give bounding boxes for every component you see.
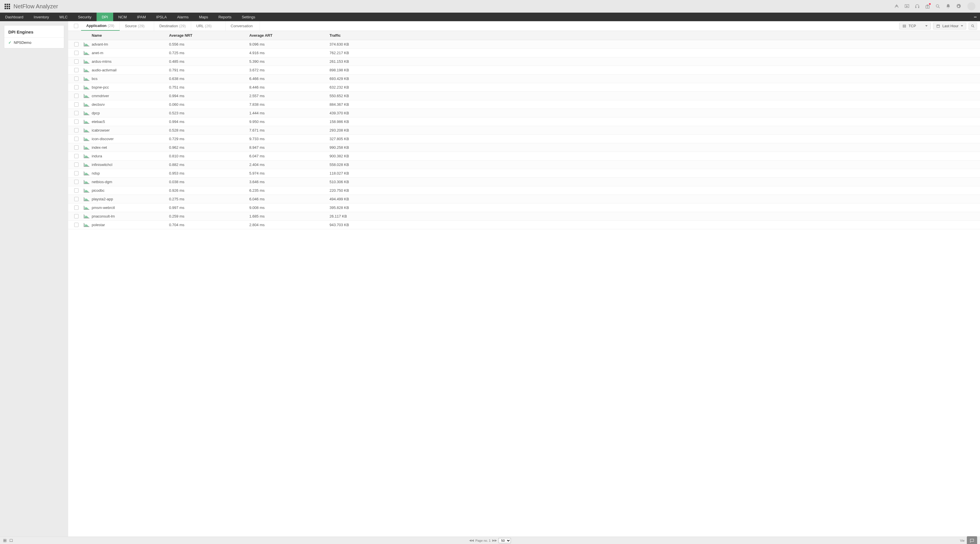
row-checkbox[interactable] xyxy=(74,51,78,55)
sparkline-icon[interactable] xyxy=(84,163,89,167)
sparkline-icon[interactable] xyxy=(84,43,89,46)
table-row[interactable]: etebac50.994 ms9.950 ms158.986 KB xyxy=(68,118,980,126)
pager-first[interactable]: ◀◀ xyxy=(469,539,474,542)
sparkline-icon[interactable] xyxy=(84,120,89,124)
gear-icon[interactable] xyxy=(956,4,961,9)
table-row[interactable]: infiniswitchcl0.882 ms2.404 ms558.028 KB xyxy=(68,161,980,169)
tab-url[interactable]: URL (26) xyxy=(191,21,226,31)
row-checkbox[interactable] xyxy=(74,214,78,218)
tab-conversation[interactable]: Conversation xyxy=(226,21,260,31)
tab-application[interactable]: Application (29) xyxy=(81,21,120,31)
row-checkbox[interactable] xyxy=(74,85,78,89)
sparkline-icon[interactable] xyxy=(84,77,89,81)
timerange-dropdown[interactable]: Last Hour xyxy=(933,22,966,30)
nav-item-maps[interactable]: Maps xyxy=(194,13,213,21)
table-row[interactable]: picodbc0.926 ms6.235 ms220.750 KB xyxy=(68,186,980,195)
pager-next[interactable]: ▶▶ xyxy=(492,539,497,542)
book-icon[interactable] xyxy=(9,539,13,542)
table-row[interactable]: dpcp0.523 ms1.444 ms439.370 KB xyxy=(68,109,980,118)
sparkline-icon[interactable] xyxy=(84,51,89,55)
nav-item-settings[interactable]: Settings xyxy=(237,13,261,21)
row-checkbox[interactable] xyxy=(74,128,78,132)
tab-destination[interactable]: Destination (29) xyxy=(154,21,191,31)
nav-item-ncm[interactable]: NCM xyxy=(113,13,132,21)
sparkline-icon[interactable] xyxy=(84,223,89,227)
sparkline-icon[interactable] xyxy=(84,103,89,107)
row-checkbox[interactable] xyxy=(74,180,78,184)
table-row[interactable]: anet-m0.725 ms4.916 ms762.217 KB xyxy=(68,49,980,57)
page-size-select[interactable]: 50 xyxy=(499,538,511,543)
nav-item-ipam[interactable]: IPAM xyxy=(132,13,151,21)
table-row[interactable]: ardus-mtrns0.485 ms5.390 ms261.153 KB xyxy=(68,57,980,66)
row-checkbox[interactable] xyxy=(74,162,78,167)
nav-item-inventory[interactable]: Inventory xyxy=(29,13,54,21)
row-checkbox[interactable] xyxy=(74,119,78,124)
sidebar-item[interactable]: ✓NPSDemo xyxy=(4,37,64,48)
protocol-dropdown[interactable]: TCP xyxy=(899,22,931,30)
sparkline-icon[interactable] xyxy=(84,154,89,158)
sparkline-icon[interactable] xyxy=(84,94,89,98)
table-row[interactable]: polestar0.704 ms2.804 ms943.703 KB xyxy=(68,221,980,229)
row-checkbox[interactable] xyxy=(74,145,78,150)
nav-item-reports[interactable]: Reports xyxy=(213,13,237,21)
nav-item-security[interactable]: Security xyxy=(73,13,97,21)
col-art[interactable]: Average ART xyxy=(249,33,329,38)
table-search-button[interactable] xyxy=(969,22,977,30)
row-checkbox[interactable] xyxy=(74,205,78,210)
sparkline-icon[interactable] xyxy=(84,60,89,64)
table-row[interactable]: icon-discover0.729 ms9.733 ms327.805 KB xyxy=(68,135,980,143)
headset-icon[interactable] xyxy=(915,4,920,9)
sparkline-icon[interactable] xyxy=(84,189,89,192)
row-checkbox[interactable] xyxy=(74,42,78,46)
nav-item-alarms[interactable]: Alarms xyxy=(172,13,194,21)
table-row[interactable]: bcs0.638 ms6.466 ms693.429 KB xyxy=(68,75,980,83)
row-checkbox[interactable] xyxy=(74,111,78,115)
nav-item-wlc[interactable]: WLC xyxy=(54,13,73,21)
sparkline-icon[interactable] xyxy=(84,172,89,175)
row-checkbox[interactable] xyxy=(74,76,78,81)
row-checkbox[interactable] xyxy=(74,59,78,64)
sparkline-icon[interactable] xyxy=(84,111,89,115)
table-row[interactable]: bspne-pcc0.751 ms8.446 ms632.232 KB xyxy=(68,83,980,92)
nav-item-dashboard[interactable]: Dashboard xyxy=(0,13,29,21)
sparkline-icon[interactable] xyxy=(84,180,89,184)
table-row[interactable]: playsta2-app0.275 ms6.046 ms494.499 KB xyxy=(68,195,980,204)
table-row[interactable]: pmsm-webrctl0.997 ms9.008 ms395.828 KB xyxy=(68,204,980,212)
row-checkbox[interactable] xyxy=(74,137,78,141)
row-checkbox[interactable] xyxy=(74,94,78,98)
nav-item-ipsla[interactable]: IPSLA xyxy=(151,13,172,21)
grid-view-icon[interactable] xyxy=(3,539,7,542)
bell-icon[interactable] xyxy=(946,4,951,9)
table-row[interactable]: audio-activmail0.791 ms3.672 ms898.198 K… xyxy=(68,66,980,75)
select-all-checkbox[interactable] xyxy=(74,24,78,28)
row-checkbox[interactable] xyxy=(74,223,78,227)
gift-icon[interactable] xyxy=(925,4,930,9)
table-row[interactable]: cmmdriver0.994 ms2.557 ms550.652 KB xyxy=(68,92,980,100)
table-row[interactable]: netbios-dgm0.038 ms3.646 ms510.306 KB xyxy=(68,178,980,186)
row-checkbox[interactable] xyxy=(74,68,78,72)
col-traffic[interactable]: Traffic xyxy=(329,33,980,38)
sparkline-icon[interactable] xyxy=(84,197,89,201)
rocket-icon[interactable] xyxy=(894,4,899,9)
table-row[interactable]: icabrowser0.528 ms7.671 ms293.208 KB xyxy=(68,126,980,135)
nav-more-icon[interactable] xyxy=(970,13,980,21)
row-checkbox[interactable] xyxy=(74,102,78,107)
table-row[interactable]: pnaconsult-lm0.259 ms1.685 ms26.117 KB xyxy=(68,212,980,221)
nav-item-dpi[interactable]: DPI xyxy=(97,13,113,21)
apps-menu-icon[interactable] xyxy=(5,4,10,9)
sparkline-icon[interactable] xyxy=(84,215,89,218)
col-name[interactable]: Name xyxy=(92,33,169,38)
sparkline-icon[interactable] xyxy=(84,129,89,132)
chat-button[interactable] xyxy=(967,536,977,544)
presentation-icon[interactable] xyxy=(904,4,910,9)
sparkline-icon[interactable] xyxy=(84,68,89,72)
sparkline-icon[interactable] xyxy=(84,137,89,141)
search-icon[interactable] xyxy=(935,4,940,9)
row-checkbox[interactable] xyxy=(74,154,78,158)
row-checkbox[interactable] xyxy=(74,188,78,192)
table-row[interactable]: index-net0.962 ms8.947 ms990.258 KB xyxy=(68,143,980,152)
tab-source[interactable]: Source (29) xyxy=(120,21,154,31)
sparkline-icon[interactable] xyxy=(84,86,89,89)
row-checkbox[interactable] xyxy=(74,171,78,175)
avatar[interactable] xyxy=(967,2,975,10)
